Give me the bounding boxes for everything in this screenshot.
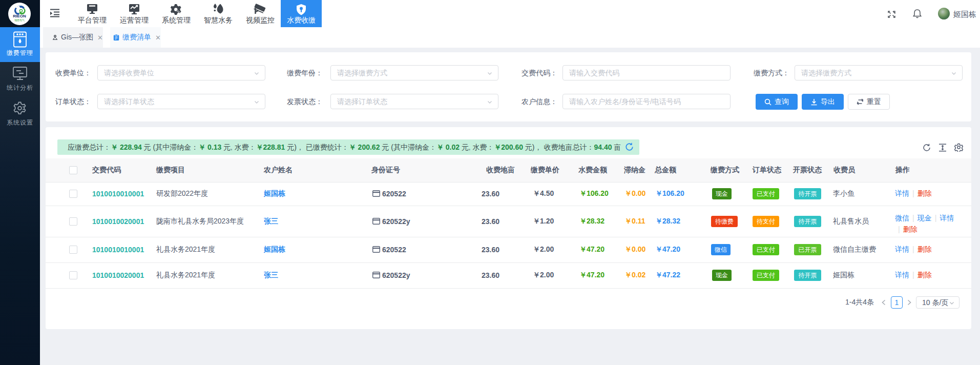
svg-text:RIEON: RIEON: [13, 14, 26, 18]
svg-text:瑞恩电气: 瑞恩电气: [14, 18, 25, 22]
